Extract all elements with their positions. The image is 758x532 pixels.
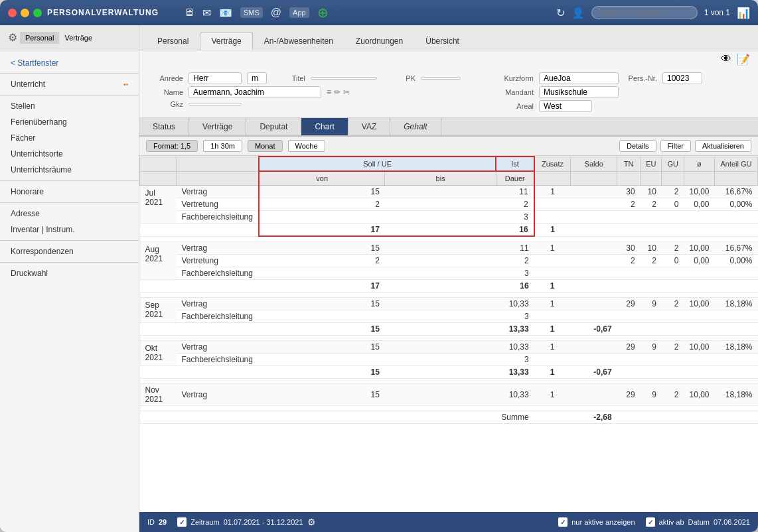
tn-cell xyxy=(617,310,641,322)
section-tab-chart[interactable]: Chart xyxy=(301,118,348,135)
tab-zuordnungen[interactable]: Zuordnungen xyxy=(344,32,414,50)
section-tab-gehalt[interactable]: Gehalt xyxy=(390,118,441,135)
von-cell xyxy=(259,211,385,224)
tab-vertrage[interactable]: Verträge xyxy=(59,32,98,44)
bis-cell xyxy=(385,353,496,366)
sidebar-item-druckwahl[interactable]: Druckwahl xyxy=(0,265,139,281)
user-icon[interactable]: 👤 xyxy=(571,7,585,19)
settings-icon[interactable]: ⚙ xyxy=(307,517,316,527)
list-icon[interactable]: ≡ xyxy=(327,88,331,97)
sidebar-item-unterricht[interactable]: Unterricht •• xyxy=(0,76,139,92)
sum-avg xyxy=(684,224,714,237)
sidebar-item-korrespondenzen[interactable]: Korrespondenzen xyxy=(0,243,139,259)
close-button[interactable] xyxy=(8,9,17,17)
th-anteil: Anteil GU xyxy=(715,157,758,171)
refresh-icon[interactable]: ↻ xyxy=(556,7,565,19)
tab-abwesenheiten[interactable]: An-/Abwesenheiten xyxy=(253,32,344,50)
data-table-wrapper: Soll / UE Ist Zusatz Saldo TN EU GU ø An… xyxy=(139,156,758,512)
type-cell: Vertrag xyxy=(177,241,259,254)
tab-personal[interactable]: Personal xyxy=(20,32,59,44)
sum-anteil xyxy=(715,279,758,292)
bar-chart-icon[interactable]: 📊 xyxy=(737,7,750,19)
note-icon[interactable]: 📝 xyxy=(737,53,750,66)
format-button[interactable]: Format: 1,5 xyxy=(146,140,198,152)
sidebar-item-stellen[interactable]: Stellen xyxy=(0,98,139,114)
sidebar-item-facher[interactable]: Fächer xyxy=(0,130,139,146)
sum-saldo xyxy=(571,224,617,237)
tn-cell xyxy=(617,353,641,366)
sidebar-item-honorare[interactable]: Honorare xyxy=(0,184,139,200)
tn-cell: 29 xyxy=(617,297,641,310)
table-row: Vertretung 2 2 2 2 0 0,00 0,00% xyxy=(140,254,758,267)
sidebar-item-unterrichtsorte[interactable]: Unterrichtsorte xyxy=(0,146,139,162)
anteil-cell: 18,18% xyxy=(715,383,758,405)
info-section-right: Kurzform AueJoa Pers.-Nr. 10023 Mandant … xyxy=(500,72,702,112)
table-row-sum: 17 16 1 xyxy=(140,224,758,237)
table-row: Fachbereichsleitung 3 xyxy=(140,310,758,322)
von-cell: 2 xyxy=(259,254,385,267)
sidebar-back[interactable]: < Startfenster xyxy=(0,56,139,70)
sum-gu xyxy=(662,366,684,378)
von-cell xyxy=(259,310,385,322)
minimize-button[interactable] xyxy=(21,9,29,17)
section-tab-deputat[interactable]: Deputat xyxy=(246,118,301,135)
gu-cell: 0 xyxy=(662,198,684,211)
filter-button[interactable]: Filter xyxy=(660,140,691,152)
ctrl-right: Details Filter Aktualisieren xyxy=(619,140,751,152)
anteil-cell: 0,00% xyxy=(715,254,758,267)
add-icon[interactable]: ⊕ xyxy=(317,5,329,21)
tab-ubersicht[interactable]: Übersicht xyxy=(414,32,471,50)
sidebar-item-adresse[interactable]: Adresse xyxy=(0,206,139,222)
dauer-cell: 2 xyxy=(496,254,534,267)
details-button[interactable]: Details xyxy=(619,140,656,152)
sidebar-item-unterrichtsraume[interactable]: Unterrichtsräume xyxy=(0,162,139,178)
tab-vertrage[interactable]: Verträge xyxy=(200,32,252,50)
section-tab-status[interactable]: Status xyxy=(139,118,189,135)
sms-icon[interactable]: SMS xyxy=(240,7,263,18)
id-value: 29 xyxy=(159,518,167,526)
scissors-icon[interactable]: ✂ xyxy=(343,88,350,97)
monitor-icon[interactable]: 🖥 xyxy=(184,7,194,19)
section-tab-vaz[interactable]: VAZ xyxy=(348,118,390,135)
tab-personal[interactable]: Personal xyxy=(146,32,200,50)
maximize-button[interactable] xyxy=(33,9,42,17)
pencil-icon[interactable]: ✏ xyxy=(334,88,341,97)
sidebar-divider-6 xyxy=(0,262,139,263)
sidebar-item-inventar[interactable]: Inventar | Instrum. xyxy=(0,222,139,237)
monat-button[interactable]: Monat xyxy=(248,140,283,152)
sum-zusatz: 1 xyxy=(534,224,571,237)
at-icon[interactable]: @ xyxy=(271,7,281,19)
eu-cell: 2 xyxy=(641,198,662,211)
nur-aktive-checkbox[interactable]: ✓ xyxy=(558,517,568,527)
aktiv-ab-checkbox[interactable]: ✓ xyxy=(646,517,655,527)
section-tab-vertrage[interactable]: Verträge xyxy=(189,118,246,135)
zusatz-cell: 1 xyxy=(534,297,571,310)
aktualisieren-button[interactable]: Aktualisieren xyxy=(695,140,751,152)
app-title: PERSONALVERWALTUNG xyxy=(47,8,159,17)
bis-cell xyxy=(385,211,496,224)
mail-icon[interactable]: 📧 xyxy=(219,7,232,19)
gear-icon[interactable]: ⚙ xyxy=(8,31,17,44)
search-input[interactable] xyxy=(591,6,698,19)
eye-icon[interactable]: 👁 xyxy=(721,53,731,66)
total-empty5 xyxy=(534,411,571,423)
woche-button[interactable]: Woche xyxy=(288,140,325,152)
sum-anteil xyxy=(715,366,758,378)
saldo-cell xyxy=(571,198,617,211)
sidebar: ⚙ Personal Verträge < Startfenster Unter… xyxy=(0,25,139,532)
status-nur-aktive: ✓ nur aktive anzeigen xyxy=(558,517,635,527)
zeitraum-checkbox[interactable]: ✓ xyxy=(177,517,187,527)
section-tabs: Status Verträge Deputat Chart VAZ Gehalt xyxy=(139,118,758,137)
dauer-cell: 3 xyxy=(496,211,534,224)
sum-eu xyxy=(641,366,662,378)
saldo-cell xyxy=(571,310,617,322)
sum-gu xyxy=(662,322,684,335)
sum-dauer: 16 xyxy=(496,224,534,237)
envelope-icon[interactable]: ✉ xyxy=(202,7,211,19)
time-button[interactable]: 1h 30m xyxy=(203,140,242,152)
anteil-cell xyxy=(715,211,758,224)
gu-cell xyxy=(662,267,684,279)
app-icon[interactable]: App xyxy=(289,7,309,18)
sidebar-item-ferienuberhang[interactable]: Ferienüberhang xyxy=(0,114,139,130)
th-empty6 xyxy=(641,171,662,186)
